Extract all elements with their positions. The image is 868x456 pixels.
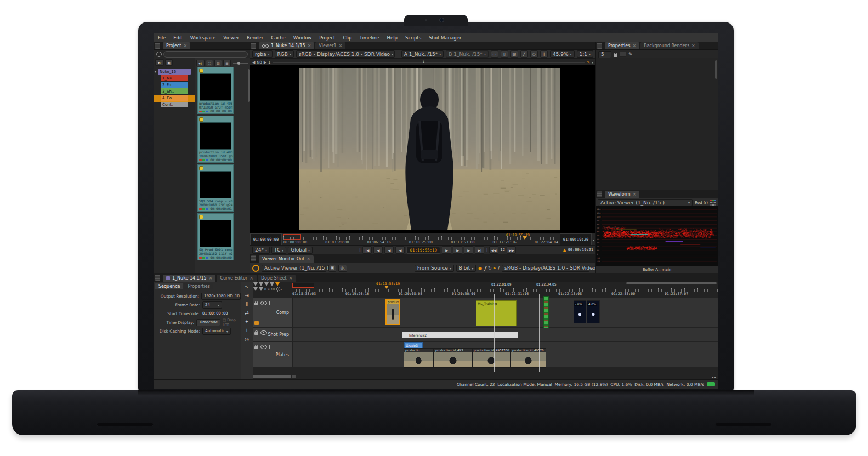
waveform-viewer-dropdown[interactable]: Active Viewer (1_Nu../15 )▾ — [598, 199, 693, 206]
step-back-button[interactable]: ◀ — [384, 246, 394, 254]
annotate-pencil-icon[interactable]: ✎ — [587, 60, 590, 65]
layer-dropdown[interactable]: RGB▾ — [275, 50, 294, 58]
tab-viewer1[interactable]: Viewer1× — [315, 42, 345, 49]
panel-grip-icon[interactable] — [155, 275, 160, 281]
flag-icon[interactable] — [259, 287, 263, 291]
join-tool-icon[interactable]: ◎ — [245, 337, 249, 342]
menu-edit[interactable]: Edit — [169, 35, 186, 41]
tree-item-5[interactable]: Conf.. — [161, 101, 188, 107]
menu-window[interactable]: Window — [290, 35, 316, 41]
flag-number[interactable]: 9 — [268, 287, 270, 291]
node-icon[interactable] — [620, 52, 626, 57]
tc-dropdown[interactable]: TC▾ — [271, 247, 286, 254]
drop-frame-checkbox[interactable]: □ Drop Frm — [223, 318, 241, 327]
bin-clip-card[interactable]: production_id_4957762 873x968 673f @50FP… — [197, 67, 234, 114]
bin-clip-card[interactable]: production_id_4957766 1920x1080 350f @50… — [197, 116, 234, 163]
tab-viewer-monitor-out[interactable]: Viewer Monitor Out× — [259, 255, 314, 263]
tree-item-2[interactable]: 2_Fo.. — [161, 82, 188, 88]
menu-help[interactable]: Help — [383, 35, 401, 41]
menu-file[interactable]: File — [154, 35, 169, 41]
in-bracket-icon[interactable]: [ — [359, 248, 361, 253]
trim-tool-icon[interactable]: ⇥ — [245, 293, 249, 298]
bin-view-grid-button[interactable]: ∷ — [206, 60, 213, 66]
menu-shot-manager[interactable]: Shot Manager — [425, 35, 465, 41]
panel-grip-icon[interactable] — [155, 43, 160, 49]
tab-properties[interactable]: Properties× — [605, 42, 639, 49]
tree-expand-icon[interactable]: ▾ — [155, 70, 156, 73]
proxy-dropdown[interactable]: 1:1▾ — [577, 50, 594, 58]
eye-icon[interactable] — [260, 345, 267, 349]
jump-back-button[interactable]: ◀◀ — [489, 246, 498, 254]
viewer-timeline-ruler[interactable]: 01:00:00:0001:03:28:0801:06:54:1601:10:2… — [283, 233, 558, 246]
track-comp-header[interactable]: Comp — [253, 298, 293, 327]
zoom-dropdown[interactable]: 45.9%▾ — [550, 50, 575, 58]
menu-project[interactable]: Project — [315, 35, 339, 41]
clip-comp-selected[interactable]: production — [385, 299, 400, 325]
panel-grip-icon[interactable] — [597, 191, 602, 197]
lock-icon[interactable] — [614, 54, 617, 57]
menu-scripts[interactable]: Scripts — [401, 35, 425, 41]
gain-hand-icon[interactable]: ● — [478, 266, 482, 271]
track-plates-header[interactable]: Plates — [253, 342, 293, 367]
timeline-playhead[interactable] — [387, 286, 387, 373]
pencil-icon[interactable]: ✎ — [628, 52, 633, 57]
time-display-button[interactable]: Timecode — [196, 319, 220, 326]
tree-sort-button[interactable]: ▾z — [155, 59, 164, 66]
close-icon[interactable]: × — [183, 43, 187, 48]
panel-count-spinner[interactable]: 5 — [598, 51, 611, 58]
buffer-b-dropdown[interactable]: B 1_Nuk. /15*▾ — [446, 50, 489, 58]
chevron-down-icon[interactable]: ▾ — [592, 60, 593, 64]
out-bracket-icon[interactable]: ] — [486, 248, 487, 253]
clip-plate-2[interactable]: production_id_493 — [434, 348, 472, 368]
frame-increment[interactable]: 12 — [500, 248, 505, 252]
viewer-image-area[interactable] — [250, 65, 595, 233]
pause-icon[interactable]: || — [540, 50, 548, 58]
bitdepth-dropdown[interactable]: 8 bit▾ — [456, 265, 476, 272]
clip-plate-3[interactable]: production_id_4957760 — [472, 348, 510, 368]
close-icon[interactable]: × — [289, 276, 293, 281]
flag-icon[interactable] — [253, 287, 258, 291]
track-shot-prep-header[interactable]: Shot Prep — [253, 328, 293, 341]
close-icon[interactable]: × — [691, 43, 695, 48]
panel-grip-icon[interactable] — [251, 43, 256, 49]
start-timecode-value[interactable]: 01:00:00:00 — [202, 311, 228, 316]
pointer-icon[interactable]: ▸ — [494, 266, 496, 270]
mask-icon[interactable]: ○ — [530, 50, 538, 58]
marker-line-1[interactable] — [494, 294, 495, 372]
pointer-tool-icon[interactable]: ↖ — [245, 284, 249, 289]
frame-rate-dropdown[interactable]: 24▾ — [202, 301, 222, 309]
chevron-down-icon[interactable]: ▾ — [592, 266, 593, 270]
waveform-scope[interactable]: 1201101009080706050403020100-10-20 — [596, 206, 718, 266]
tree-item-root[interactable]: Nuke_15 — [158, 69, 191, 75]
step-fwd-button[interactable]: ▶ — [453, 246, 462, 254]
clip-retime-1[interactable]: -.0% — [574, 300, 586, 323]
tab-waveform[interactable]: Waveform× — [605, 191, 639, 198]
clip-plate-4[interactable]: production_id_49576 — [510, 348, 546, 368]
viewer-in-timecode[interactable]: 01:00:00:00 — [250, 233, 282, 246]
roi-icon[interactable]: ▨ — [510, 50, 518, 58]
gain-icon[interactable]: ▭ — [491, 50, 498, 58]
monitor-icon[interactable] — [269, 345, 275, 349]
output-colorspace-dropdown[interactable]: sRGB - Display/ACES 1.0 - SDR Video▾ — [502, 265, 589, 272]
eye-icon[interactable] — [260, 301, 267, 305]
chevron-down-icon[interactable]: ▾ — [280, 287, 282, 291]
clip-green-strip[interactable] — [543, 296, 549, 329]
refresh-icon[interactable]: ↻ — [488, 266, 492, 271]
clip-ml-training[interactable]: ML_Training — [476, 300, 517, 326]
gear-icon[interactable] — [275, 287, 280, 292]
chevron-down-icon[interactable]: ▾ — [592, 238, 595, 242]
razor-tool-icon[interactable]: ⊥ — [245, 328, 249, 333]
scroll-left-arrow[interactable]: ◂ — [712, 375, 713, 379]
fstop-icon[interactable]: ƒ — [484, 266, 486, 271]
viewer-out-timecode[interactable]: 01:00:19:20 — [560, 233, 592, 246]
range-dropdown[interactable]: Global▾ — [288, 247, 313, 254]
close-icon[interactable]: × — [633, 192, 637, 197]
bin-clip-card[interactable]: SQ_Prod_S001_comp.a 2048x1152 111f @24FP… — [197, 213, 234, 260]
close-icon[interactable]: × — [632, 43, 636, 48]
subtab-properties[interactable]: Properties — [184, 283, 213, 289]
viewer-playhead-handle[interactable] — [523, 236, 527, 240]
menu-clip[interactable]: Clip — [339, 35, 355, 41]
slip-tool-icon[interactable]: Ⅱ — [246, 301, 248, 307]
tab-timeline-sequence[interactable]: 1_Nuke 14.1/15× — [163, 275, 215, 282]
menu-render[interactable]: Render — [243, 35, 267, 41]
